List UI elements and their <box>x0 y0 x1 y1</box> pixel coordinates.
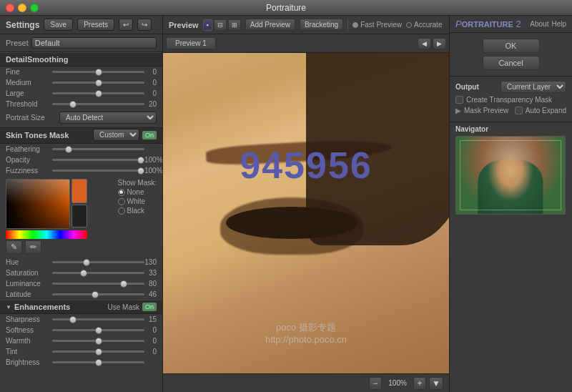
preview-tab-1[interactable]: Preview 1 <box>166 37 216 49</box>
skin-tones-custom-select[interactable]: Custom <box>93 129 139 141</box>
preview-area[interactable]: 945956 poco 摄影专题 http://photo.poco.cn <box>163 53 449 373</box>
create-transparency-checkbox[interactable] <box>455 96 463 104</box>
mask-preview-toggle[interactable]: ▶ <box>455 107 461 114</box>
watermark-text: poco 摄影专题 http://photo.poco.cn <box>265 321 347 345</box>
navigator-thumbnail[interactable] <box>455 136 566 215</box>
maximize-icon[interactable] <box>30 4 39 12</box>
enhancements-on-badge[interactable]: On <box>142 303 157 311</box>
warmth-value: 0 <box>144 337 157 345</box>
left-panel-header: Settings Save Presets ↩ ↪ <box>0 16 162 34</box>
preset-label: Preset <box>6 39 29 47</box>
sharpness-value: 15 <box>144 315 157 323</box>
single-view-button[interactable]: ▪ <box>203 19 212 31</box>
fast-preview-radio-dot[interactable] <box>352 22 358 28</box>
hue-slider-bar[interactable] <box>6 230 87 239</box>
brightness-slider[interactable] <box>52 361 144 363</box>
zoom-dropdown-button[interactable]: ▼ <box>429 377 443 390</box>
opacity-label: Opacity <box>6 156 52 164</box>
latitude-slider[interactable] <box>52 293 144 295</box>
eyedropper-button-2[interactable]: ✏ <box>25 240 41 254</box>
auto-expand-checkbox[interactable] <box>515 107 523 114</box>
hue-row: Hue 130 <box>0 257 162 268</box>
accurate-radio-dot[interactable] <box>406 22 412 28</box>
radio-black-dot[interactable] <box>118 207 125 215</box>
ok-cancel-area: OK Cancel <box>450 33 572 76</box>
preset-select[interactable]: Default <box>31 37 157 49</box>
medium-slider[interactable] <box>52 82 144 84</box>
navigator-section: Navigator <box>450 122 572 217</box>
color-gradient-picker[interactable] <box>6 179 70 229</box>
close-icon[interactable] <box>6 4 14 12</box>
radio-none[interactable]: None <box>118 188 157 196</box>
help-button[interactable]: Help <box>551 20 566 28</box>
fast-preview-radio[interactable]: Fast Preview <box>352 21 402 29</box>
undo-button[interactable]: ↩ <box>119 19 133 31</box>
mask-preview-row: ▶ Mask Preview Auto Expand <box>455 107 566 114</box>
softness-value: 0 <box>144 326 157 334</box>
portrait-size-select[interactable]: Auto Detect <box>59 112 157 124</box>
radio-none-dot[interactable] <box>118 189 125 196</box>
large-slider[interactable] <box>52 92 144 94</box>
prev-preview-button[interactable]: ◀ <box>418 38 431 49</box>
opacity-slider[interactable] <box>52 159 144 161</box>
fine-slider[interactable] <box>52 71 144 73</box>
zoom-value: 100% <box>385 379 410 387</box>
split-horizontal-button[interactable]: ⊟ <box>214 19 227 31</box>
mask-preview-label: Mask Preview <box>464 107 512 114</box>
nav-figure <box>478 160 543 214</box>
radio-white-dot[interactable] <box>118 198 125 205</box>
preview-bottom-bar: − 100% + ▼ <box>163 373 449 392</box>
luminance-slider[interactable] <box>52 283 144 285</box>
save-button[interactable]: Save <box>44 19 73 31</box>
presets-button[interactable]: Presets <box>77 19 114 31</box>
add-preview-button[interactable]: Add Preview <box>245 19 295 31</box>
sharpness-row: Sharpness 15 <box>0 314 162 325</box>
output-select[interactable]: Current Layer <box>500 81 566 93</box>
accurate-radio[interactable]: Accurate <box>406 21 442 29</box>
fuzziness-label: Fuzziness <box>6 167 52 175</box>
radio-none-label: None <box>127 188 144 196</box>
feathering-slider[interactable] <box>52 148 144 150</box>
zoom-out-button[interactable]: − <box>369 377 382 390</box>
eyedropper-button-1[interactable]: ✎ <box>6 240 22 254</box>
enhancements-triangle[interactable]: ▼ <box>6 304 11 310</box>
latitude-row: Latitude 46 <box>0 289 162 300</box>
softness-slider[interactable] <box>52 329 144 331</box>
tint-slider[interactable] <box>52 351 144 353</box>
fine-label: Fine <box>6 68 52 76</box>
color-swatch-secondary[interactable] <box>72 205 87 227</box>
radio-black[interactable]: Black <box>118 207 157 215</box>
medium-row: Medium 0 <box>0 77 162 88</box>
saturation-slider[interactable] <box>52 272 144 274</box>
logo-2: 2 <box>516 19 521 29</box>
redo-button[interactable]: ↪ <box>137 19 152 31</box>
sharpness-slider[interactable] <box>52 318 144 320</box>
threshold-slider[interactable] <box>52 103 144 105</box>
next-preview-button[interactable]: ▶ <box>433 38 446 49</box>
ok-button[interactable]: OK <box>483 39 540 53</box>
middle-panel: Preview ▪ ⊟ ⊞ Add Preview Bracketing Fas… <box>163 16 449 392</box>
create-transparency-row: Create Transparency Mask <box>455 96 566 104</box>
cancel-button[interactable]: Cancel <box>483 56 540 70</box>
fuzziness-slider[interactable] <box>52 170 144 172</box>
bracketing-button[interactable]: Bracketing <box>300 19 343 31</box>
zoom-in-button[interactable]: + <box>413 377 426 390</box>
tint-row: Tint 0 <box>0 346 162 357</box>
radio-black-label: Black <box>127 207 144 215</box>
fuzziness-row: Fuzziness 100% <box>0 165 162 176</box>
skin-tones-on-badge[interactable]: On <box>142 131 157 139</box>
warmth-label: Warmth <box>6 337 52 345</box>
color-picker-row: Show Mask: None White Black <box>6 179 157 239</box>
color-swatch-main[interactable] <box>72 179 87 203</box>
minimize-icon[interactable] <box>18 4 26 12</box>
about-button[interactable]: About <box>530 20 548 28</box>
output-label: Output <box>455 83 498 91</box>
radio-white[interactable]: White <box>118 197 157 205</box>
navigator-label: Navigator <box>455 125 566 133</box>
hue-slider[interactable] <box>52 261 144 263</box>
eyedropper-row: ✎ ✏ <box>6 240 157 254</box>
saturation-row: Saturation 33 <box>0 268 162 278</box>
fuzziness-value: 100% <box>144 167 162 175</box>
split-vertical-button[interactable]: ⊞ <box>228 19 241 31</box>
warmth-slider[interactable] <box>52 340 144 342</box>
